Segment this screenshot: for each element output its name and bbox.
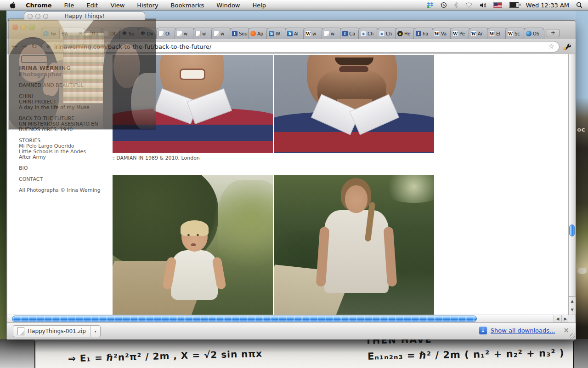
page-favicon — [214, 31, 219, 36]
club-favicon: ◆ — [379, 31, 384, 36]
horizontal-scrollbar[interactable]: ◀ ▶ — [7, 315, 569, 322]
sidebar-link[interactable]: All Photographs © Irina Werning — [19, 188, 111, 193]
club-favicon: ◆ — [361, 31, 366, 36]
tab-sou[interactable]: fSou — [230, 28, 250, 39]
bluetooth-icon[interactable] — [454, 2, 458, 8]
globe-favicon — [526, 31, 531, 36]
tab-w[interactable]: Ww — [303, 28, 324, 39]
show-all-downloads-link[interactable]: Show all downloads... — [491, 327, 555, 334]
sidebar-link[interactable]: After Army — [19, 155, 111, 160]
wiki-favicon: W — [452, 31, 458, 36]
tab-label: w — [184, 31, 187, 36]
vertical-scroll-thumb[interactable] — [569, 224, 575, 236]
tab-w[interactable]: SW — [266, 28, 287, 39]
tab-label: w — [202, 31, 206, 36]
xdark-favicon: x — [397, 31, 403, 36]
scroll-down-arrow[interactable]: ▼ — [569, 305, 576, 314]
tab-label: Ch — [368, 31, 373, 36]
vertical-scroll-arrows[interactable]: ▲ ▼ — [569, 296, 576, 314]
menu-history[interactable]: History — [137, 2, 158, 9]
time-machine-icon[interactable] — [441, 2, 447, 8]
menu-window[interactable]: Window — [216, 2, 240, 9]
download-item-button[interactable]: HappyThings-001.zip ▾ — [13, 325, 101, 337]
sidebar-link[interactable]: CONTACT — [19, 177, 111, 182]
tab-ch[interactable]: ◆Ch — [377, 28, 397, 39]
menu-bookmarks[interactable]: Bookmarks — [171, 2, 204, 9]
tab-label: Ar — [478, 31, 483, 36]
wiki-favicon: W — [508, 31, 513, 36]
sci-favicon: S — [287, 31, 293, 36]
fb-favicon: f — [232, 31, 237, 36]
new-tab-button[interactable]: + — [547, 29, 560, 37]
downloads-bar-right: ↓ Show all downloads... × — [479, 327, 569, 334]
tab-va[interactable]: WVa — [432, 28, 452, 39]
sidebar-link[interactable]: BIO — [19, 166, 111, 171]
tab-ar[interactable]: WAr — [469, 28, 489, 39]
tab-sc[interactable]: WSc — [505, 28, 526, 39]
desktop: oc ⇒ E₁ = ℏ²n²π² ∕ 2m , X = √2 sin nπx T… — [0, 0, 588, 368]
tab-os[interactable]: OS — [524, 28, 544, 39]
tab-ap[interactable]: Ap — [248, 28, 269, 39]
overlay-window-titlebar[interactable]: Happy Things! — [24, 12, 145, 20]
menu-items: ChromeFileEditViewHistoryBookmarksWindow… — [26, 2, 278, 9]
tab-w[interactable]: w — [175, 28, 195, 39]
tab-al[interactable]: SAl — [285, 28, 305, 39]
wrench-menu-icon[interactable] — [564, 43, 571, 50]
handwritten-equation: ⇒ E₁ = ℏ²n²π² ∕ 2m , X = √2 sin nπx — [68, 348, 263, 364]
wiki-favicon: W — [489, 31, 495, 36]
tab-label: Sou — [239, 31, 248, 36]
menu-help[interactable]: Help — [252, 2, 266, 9]
tab-ha[interactable]: fha — [413, 28, 434, 39]
tab-label: OS — [533, 31, 539, 36]
overlay-window-title: Happy Things! — [24, 13, 145, 19]
page-favicon — [195, 31, 201, 36]
tab-o[interactable]: O: — [156, 28, 177, 39]
spotlight-icon[interactable] — [576, 2, 582, 8]
tab-w[interactable]: w — [193, 28, 214, 39]
file-icon — [17, 327, 24, 335]
page-favicon — [324, 31, 329, 36]
download-dropdown-button[interactable]: ▾ — [90, 326, 100, 337]
tab-pe[interactable]: WPe — [450, 28, 471, 39]
photo-caption: : DAMIAN IN 1989 & 2010, London — [113, 155, 200, 161]
us-flag-icon[interactable] — [493, 2, 502, 8]
dropbox-icon[interactable] — [427, 2, 434, 8]
tab-label: Sc — [514, 31, 520, 36]
tab-label: Ch — [386, 31, 392, 36]
update-badge — [563, 47, 566, 50]
tab-el[interactable]: WEl — [487, 28, 508, 39]
paper-border-line — [34, 341, 35, 368]
volume-icon[interactable] — [480, 2, 486, 8]
tab-w[interactable]: w — [322, 28, 342, 39]
menu-edit[interactable]: Edit — [86, 2, 98, 9]
sidebar-group: All Photographs © Irina Werning — [19, 188, 111, 193]
tab-he[interactable]: xHe — [395, 28, 416, 39]
scroll-left-arrow[interactable]: ◀ — [554, 315, 561, 322]
download-arrow-icon: ↓ — [479, 327, 487, 334]
menu-chrome[interactable]: Chrome — [26, 2, 52, 9]
menu-view[interactable]: View — [110, 2, 124, 9]
bookmark-star-icon[interactable]: ☆ — [548, 43, 554, 50]
fb-favicon: f — [416, 31, 421, 36]
scroll-up-arrow[interactable]: ▲ — [569, 297, 576, 305]
menu-file[interactable]: File — [64, 2, 74, 9]
orange-favicon — [250, 31, 256, 36]
close-downloads-bar-icon[interactable]: × — [563, 327, 569, 334]
handwritten-equation: Eₙ₁ₙ₂ₙ₃ = ℏ² ∕ 2m ( n₁² + n₂² + n₃² ) — [368, 347, 565, 362]
horizontal-scroll-thumb[interactable] — [12, 316, 477, 322]
menu-bar: ChromeFileEditViewHistoryBookmarksWindow… — [0, 0, 588, 11]
tab-w[interactable]: w — [211, 28, 232, 39]
tab-label: Ca — [349, 31, 355, 36]
menu-bar-clock[interactable]: Wed 12:33 AM — [526, 2, 569, 9]
wallpaper-detail — [577, 268, 587, 274]
paper-right-shadow — [574, 339, 588, 368]
tab-label: Va — [441, 31, 447, 36]
sidebar-group: STORIESMi Pelo Largo QueridoLittle Schoo… — [19, 138, 111, 160]
wifi-icon[interactable] — [465, 2, 473, 8]
tab-ca[interactable]: fCa — [340, 28, 361, 39]
apple-menu-icon[interactable] — [9, 1, 16, 9]
tab-ch[interactable]: ◆Ch — [358, 28, 379, 39]
vertical-scrollbar[interactable]: ▲ ▼ — [568, 54, 575, 315]
resize-grip[interactable] — [570, 334, 575, 339]
battery-icon[interactable] — [509, 2, 519, 8]
